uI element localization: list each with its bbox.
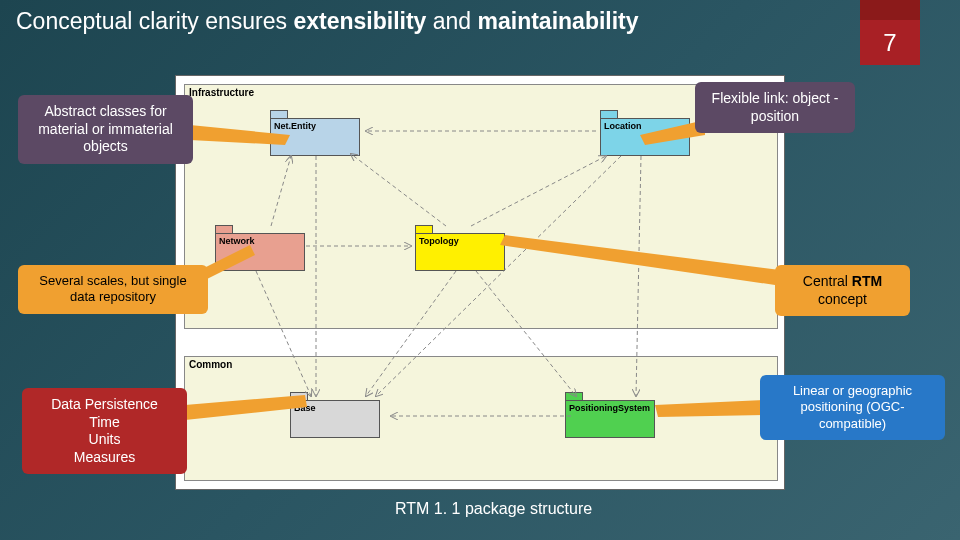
svg-marker-17 xyxy=(655,400,765,417)
diagram-caption: RTM 1. 1 package structure xyxy=(395,500,592,518)
callout-persistence: Data Persistence Time Units Measures xyxy=(22,388,187,474)
callout-scales-text: Several scales, but single data reposito… xyxy=(39,273,186,304)
callout-abstract-text: Abstract classes for material or immater… xyxy=(38,103,173,154)
callout-persist-l4: Measures xyxy=(34,449,175,467)
common-label: Common xyxy=(189,359,232,370)
pointer-scales xyxy=(200,240,260,280)
callout-persist-l3: Units xyxy=(34,431,175,449)
callout-persist-l2: Time xyxy=(34,414,175,432)
callout-flexible-link: Flexible link: object - position xyxy=(695,82,855,133)
callout-central: Central RTM concept xyxy=(775,265,910,316)
callout-flexible-text: Flexible link: object - position xyxy=(712,90,839,124)
positioning-package: PositioningSystem xyxy=(565,392,655,438)
callout-central-t2: RTM xyxy=(852,273,882,289)
topology-package: Topology xyxy=(415,225,505,271)
title-bold-2: maintainability xyxy=(478,8,639,34)
pointer-central xyxy=(500,230,780,290)
title-text-2: and xyxy=(426,8,477,34)
svg-marker-14 xyxy=(200,245,255,280)
callout-scales: Several scales, but single data reposito… xyxy=(18,265,208,314)
callout-positioning: Linear or geographic positioning (OGC-co… xyxy=(760,375,945,440)
page-number: 7 xyxy=(860,20,920,65)
slide-title: Conceptual clarity ensures extensibility… xyxy=(16,8,639,35)
pointer-positioning xyxy=(650,395,765,425)
svg-marker-15 xyxy=(500,235,780,285)
title-bold-1: extensibility xyxy=(293,8,426,34)
infrastructure-label: Infrastructure xyxy=(189,87,254,98)
svg-marker-16 xyxy=(185,395,307,420)
page-number-badge: 7 xyxy=(860,0,920,65)
positioning-label: PositioningSystem xyxy=(565,400,655,438)
topology-label: Topology xyxy=(415,233,505,271)
callout-central-t1: Central xyxy=(803,273,852,289)
callout-abstract-classes: Abstract classes for material or immater… xyxy=(18,95,193,164)
callout-linear-text: Linear or geographic positioning (OGC-co… xyxy=(793,383,912,431)
pointer-persist xyxy=(185,385,315,425)
svg-marker-12 xyxy=(190,125,290,145)
callout-central-t3: concept xyxy=(818,291,867,307)
title-text-1: Conceptual clarity ensures xyxy=(16,8,293,34)
callout-persist-l1: Data Persistence xyxy=(34,396,175,414)
pointer-abstract xyxy=(190,120,300,160)
